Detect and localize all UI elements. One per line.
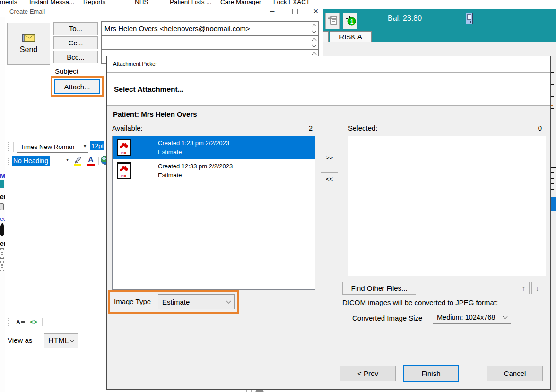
down-arrow-icon: ↓	[536, 284, 539, 292]
to-button[interactable]: To...	[53, 22, 98, 35]
close-button[interactable]: ×	[309, 7, 323, 16]
close-icon: ×	[313, 7, 319, 17]
cancel-label: Cancel	[504, 369, 526, 377]
left-fragment-icon	[0, 203, 4, 210]
move-up-button[interactable]: ↑	[518, 282, 530, 294]
filter-badge-1-icon: 1	[345, 14, 356, 28]
filter-notifications-button[interactable]: 1	[343, 13, 357, 29]
text-lines-icon	[21, 320, 25, 325]
risk-tab-label: RISK A	[339, 33, 362, 41]
underlying-window-left-strip: M er ee er	[0, 17, 5, 392]
cc-spinner[interactable]	[311, 36, 318, 49]
bcc-button-label: Bcc...	[67, 53, 85, 61]
balance-label: Bal: 23.80	[388, 14, 422, 23]
font-size-combobox[interactable]: 12pt	[90, 141, 104, 152]
left-fragment-text: M	[0, 172, 5, 180]
attachment-picker-dialog: Attachment Picker Select Attachment... P…	[106, 56, 551, 390]
combo-arrow-icon[interactable]: ▾	[84, 143, 86, 148]
subject-label: Subject	[55, 67, 78, 75]
item-line2: Estimate	[158, 172, 182, 179]
left-fragment-text: er	[0, 240, 5, 247]
toolbar-drag-handle[interactable]	[8, 317, 9, 327]
toolbar-drag-handle[interactable]	[8, 156, 9, 166]
finish-button[interactable]: Finish	[403, 365, 459, 382]
pdf-label: PDF	[118, 174, 130, 178]
available-list[interactable]: PDF Created 1:23 pm 2/2/2023 Estimate PD…	[112, 136, 315, 290]
tooth-icon	[0, 223, 4, 236]
text-view-button[interactable]: A	[15, 316, 26, 328]
selected-list[interactable]	[348, 136, 546, 276]
font-color-icon: A	[88, 155, 94, 163]
item-line2: Estimate	[158, 148, 182, 156]
view-as-label: View as	[8, 336, 32, 344]
to-input[interactable]	[103, 23, 312, 34]
tab-risk-a[interactable]: RISK A	[330, 31, 372, 42]
svg-text:1: 1	[350, 18, 353, 25]
move-right-label: >>	[326, 154, 333, 161]
cc-field[interactable]	[101, 35, 319, 50]
dicom-note: DICOM images will be converted to JPEG f…	[342, 298, 498, 306]
document-plus-icon	[328, 15, 338, 27]
code-view-button[interactable]: <>	[28, 316, 39, 328]
left-fragment-teal-bar	[0, 180, 4, 188]
image-type-dropdown[interactable]: Estimate	[158, 294, 235, 309]
to-button-label: To...	[69, 25, 82, 33]
dialog-heading: Select Attachment...	[114, 85, 184, 94]
attach-button[interactable]: Attach...	[54, 79, 100, 94]
attachment-list-item[interactable]: PDF Created 12:33 pm 2/2/2023 Estimate	[113, 159, 315, 183]
highlighter-icon	[73, 160, 82, 168]
minimize-button[interactable]: –	[265, 7, 279, 16]
converted-size-value: Medium: 1024x768	[437, 314, 495, 321]
available-count: 2	[294, 124, 313, 132]
item-line1: Created 12:33 pm 2/2/2023	[158, 163, 233, 170]
toolbar-drag-handle[interactable]	[8, 142, 9, 152]
finish-label: Finish	[421, 369, 440, 377]
combo-arrow-icon[interactable]: ▾	[66, 157, 69, 162]
bcc-button[interactable]: Bcc...	[53, 51, 98, 63]
new-document-button[interactable]	[325, 13, 340, 29]
heading-style-combobox[interactable]: No Heading ▾	[12, 155, 70, 167]
dialog-titlebar[interactable]: Attachment Picker	[107, 56, 550, 73]
attach-button-label: Attach...	[64, 83, 90, 91]
send-button[interactable]: Send	[7, 23, 50, 65]
move-left-button[interactable]: <<	[321, 172, 338, 185]
dialog-title: Attachment Picker	[113, 61, 157, 67]
envelope-icon	[22, 34, 35, 44]
cc-input[interactable]	[103, 37, 312, 48]
move-down-button[interactable]: ↓	[531, 282, 543, 294]
image-type-value: Estimate	[162, 298, 190, 306]
font-color-button[interactable]: A	[86, 155, 96, 167]
converted-size-label: Converted Image Size	[352, 314, 422, 322]
cancel-button[interactable]: Cancel	[487, 366, 543, 381]
maximize-button[interactable]	[288, 7, 302, 16]
highlighter-button[interactable]	[73, 155, 83, 167]
converted-size-dropdown[interactable]: Medium: 1024x768	[433, 311, 511, 324]
image-type-label: Image Type	[114, 297, 151, 305]
left-fragment-text: ee	[0, 216, 5, 222]
prev-label: < Prev	[357, 369, 378, 377]
attachment-list-item[interactable]: PDF Created 1:23 pm 2/2/2023 Estimate	[113, 136, 315, 159]
find-other-files-button[interactable]: Find Other Files...	[342, 282, 416, 295]
prev-button[interactable]: < Prev	[340, 366, 396, 381]
cc-button-label: Cc...	[69, 39, 83, 47]
find-other-files-label: Find Other Files...	[351, 284, 407, 292]
selected-count: 0	[523, 124, 542, 132]
pdf-icon: PDF	[117, 139, 131, 156]
minimize-icon: –	[270, 7, 275, 16]
code-icon: <>	[30, 318, 37, 326]
underlying-window-surface	[322, 42, 556, 56]
maximize-icon	[292, 9, 298, 14]
move-left-label: <<	[326, 175, 333, 183]
phone-icon[interactable]	[466, 13, 473, 24]
move-right-button[interactable]: >>	[321, 151, 338, 164]
font-size-value: 12pt	[90, 141, 104, 150]
window-title: Create Email	[9, 8, 45, 15]
pdf-label: PDF	[118, 151, 130, 155]
to-spinner[interactable]	[311, 22, 318, 35]
to-field[interactable]	[101, 21, 319, 35]
cc-button[interactable]: Cc...	[53, 36, 98, 49]
view-as-dropdown[interactable]: HTML	[44, 333, 78, 348]
font-name-combobox[interactable]: Times New Roman ▾	[17, 141, 88, 153]
create-email-titlebar[interactable]: Create Email – ×	[5, 5, 323, 17]
pdf-icon: PDF	[117, 162, 131, 179]
